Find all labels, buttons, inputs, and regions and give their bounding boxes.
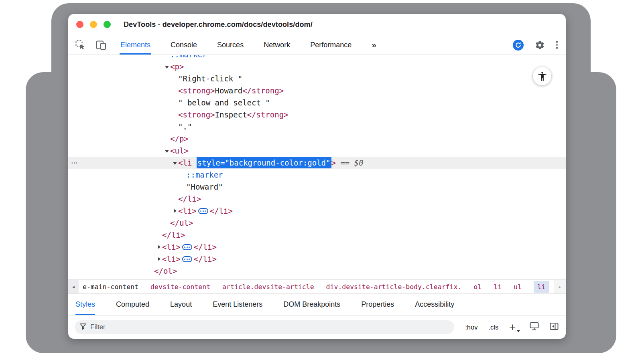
code-token: </li> — [178, 194, 201, 203]
tree-row[interactable]: "." — [68, 121, 566, 133]
code-token: <li> — [178, 206, 197, 215]
close-window-button[interactable] — [76, 21, 83, 28]
tree-row[interactable]: </p> — [68, 133, 566, 145]
code-token: $0 — [354, 158, 364, 167]
tree-row[interactable]: </li> — [68, 193, 566, 205]
breadcrumb-item[interactable]: article.devsite-article — [222, 283, 314, 291]
settings-gear-icon[interactable] — [535, 40, 545, 50]
minimize-window-button[interactable] — [90, 21, 97, 28]
breadcrumb-list: e-main-contentdevsite-contentarticle.dev… — [79, 280, 554, 293]
tab-styles[interactable]: Styles — [75, 294, 95, 315]
code-token: <li> — [162, 243, 181, 251]
breadcrumb-item[interactable]: e-main-content — [83, 283, 138, 291]
breadcrumb-item[interactable]: devsite-content — [150, 283, 210, 291]
devtools-toolbar: ElementsConsoleSourcesNetworkPerformance… — [68, 35, 566, 55]
code-token: </li> — [194, 243, 217, 251]
tab-elements[interactable]: Elements — [120, 35, 151, 55]
code-token: </li> — [210, 206, 233, 215]
styles-toolbar-buttons: :hov .cls + — [465, 322, 559, 333]
tab-layout[interactable]: Layout — [170, 294, 192, 315]
expand-ellipsis-button[interactable] — [182, 256, 192, 262]
filter-funnel-icon — [79, 323, 87, 332]
code-token: </li> — [162, 231, 185, 239]
titlebar: DevTools - developer.chrome.com/docs/dev… — [68, 14, 566, 35]
tab-event-listeners[interactable]: Event Listeners — [213, 294, 262, 315]
breadcrumb-scroll-left-button[interactable]: ◂ — [68, 280, 79, 293]
breadcrumb-item[interactable]: ul — [514, 283, 522, 291]
tree-row[interactable]: </li> — [68, 229, 566, 241]
styles-tabbar: StylesComputedLayoutEvent ListenersDOM B… — [68, 294, 566, 315]
tree-row[interactable]: •••<li style="background-color:gold"> ==… — [68, 157, 566, 169]
tree-row[interactable]: "Howard" — [68, 181, 566, 193]
code-token: </li> — [194, 255, 217, 263]
tab-console[interactable]: Console — [170, 35, 198, 55]
tab-network[interactable]: Network — [263, 35, 291, 55]
code-token: "Howard" — [186, 182, 223, 191]
disclosure-triangle-icon[interactable] — [172, 209, 178, 213]
plus-icon: + — [509, 321, 516, 333]
tree-row[interactable]: ::marker — [68, 169, 566, 181]
pseudo-state-button[interactable]: :hov — [465, 324, 477, 331]
sync-circle-icon[interactable] — [513, 40, 524, 51]
dom-tree: ::marker<p>"Right-click "<strong>Howard<… — [68, 55, 566, 279]
tree-row[interactable]: ::marker — [68, 55, 566, 61]
code-token: <strong> — [178, 86, 215, 95]
code-token: <p> — [170, 62, 184, 71]
code-token: </ul> — [170, 218, 193, 227]
breadcrumb-item[interactable]: ol — [473, 283, 482, 291]
styles-filter-input[interactable] — [90, 323, 449, 331]
sidebar-toggle-icon[interactable] — [550, 322, 559, 332]
class-toggle-button[interactable]: .cls — [488, 324, 498, 331]
tree-row[interactable]: <strong>Howard</strong> — [68, 85, 566, 97]
devtools-window: DevTools - developer.chrome.com/docs/dev… — [68, 14, 566, 339]
tree-row[interactable]: <li></li> — [68, 205, 566, 217]
expand-ellipsis-button[interactable] — [198, 208, 208, 214]
dropdown-caret-icon — [517, 330, 520, 332]
tab-computed[interactable]: Computed — [116, 294, 149, 315]
code-token: <strong> — [178, 110, 215, 119]
filter-pill — [75, 320, 454, 334]
disclosure-triangle-icon[interactable] — [156, 245, 162, 249]
tab-accessibility[interactable]: Accessibility — [415, 294, 454, 315]
tree-row[interactable]: </ol> — [68, 265, 566, 277]
breadcrumb-bar: ◂ e-main-contentdevsite-contentarticle.d… — [68, 279, 566, 294]
disclosure-triangle-icon[interactable] — [156, 257, 162, 261]
more-panels-icon[interactable]: » — [372, 40, 376, 50]
menu-kebab-icon[interactable] — [556, 41, 558, 49]
code-token: " below and select " — [178, 98, 270, 107]
inspect-cursor-icon[interactable] — [75, 39, 86, 51]
overflow-dots-icon[interactable]: ••• — [71, 161, 78, 165]
tree-row[interactable]: <strong>Inspect</strong> — [68, 109, 566, 121]
tree-row[interactable]: "Right-click " — [68, 73, 566, 85]
code-token: Inspect — [215, 110, 247, 119]
disclosure-triangle-icon[interactable] — [172, 161, 178, 165]
tree-row[interactable]: <p> — [68, 61, 566, 73]
monitor-icon[interactable] — [530, 322, 539, 332]
tab-performance[interactable]: Performance — [309, 35, 352, 55]
tab-sources[interactable]: Sources — [216, 35, 244, 55]
breadcrumb-item[interactable]: li — [534, 281, 549, 293]
device-toolbar-icon[interactable] — [95, 39, 107, 51]
tree-row[interactable]: <ul> — [68, 145, 566, 157]
code-token: Howard — [215, 86, 243, 95]
code-token: </ol> — [154, 267, 177, 275]
tree-row[interactable]: <li></li> — [68, 253, 566, 265]
zoom-window-button[interactable] — [104, 21, 111, 28]
breadcrumb-item[interactable]: div.devsite-article-body.clearfix. — [326, 283, 462, 291]
code-token: "." — [178, 122, 192, 131]
code-token: > — [331, 158, 336, 167]
breadcrumb-scroll-right-button[interactable]: ▸ — [554, 280, 566, 293]
code-token: == — [336, 158, 354, 167]
toolbar-tabs: ElementsConsoleSourcesNetworkPerformance — [120, 35, 371, 55]
tab-properties[interactable]: Properties — [361, 294, 394, 315]
disclosure-triangle-icon[interactable] — [164, 149, 170, 153]
tab-dom-breakpoints[interactable]: DOM Breakpoints — [283, 294, 340, 315]
tree-row[interactable]: " below and select " — [68, 97, 566, 109]
tree-row[interactable]: <li></li> — [68, 241, 566, 253]
disclosure-triangle-icon[interactable] — [164, 65, 170, 69]
new-style-rule-button[interactable]: + — [509, 322, 519, 333]
expand-ellipsis-button[interactable] — [182, 244, 192, 250]
breadcrumb-item[interactable]: li — [494, 283, 502, 291]
code-token: </strong> — [242, 86, 284, 95]
tree-row[interactable]: </ul> — [68, 217, 566, 229]
